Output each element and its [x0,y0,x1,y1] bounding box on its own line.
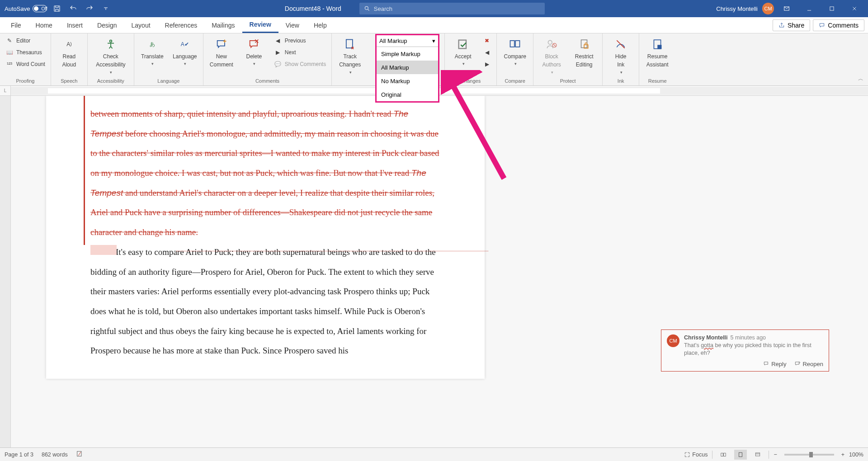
user-name[interactable]: Chrissy Montelli [716,5,758,12]
group-resume: Resume [643,77,672,85]
markup-option-simple[interactable]: Simple Markup [377,47,438,61]
svg-rect-7 [510,41,514,47]
markup-option-all[interactable]: All Markup [377,61,438,74]
status-words[interactable]: 862 words [42,452,68,458]
deleted-text: between moments of sharp, quiet intensit… [90,104,442,242]
comment-reopen-button[interactable]: Reopen [794,361,823,367]
body-text[interactable]: It's easy to compare Ariel to Puck; they… [90,242,442,361]
accept-button[interactable]: Accept [448,35,477,68]
wordcount-button[interactable]: ¹²³Word Count [4,59,47,70]
qat-more-icon[interactable] [99,2,112,15]
next-change-button[interactable]: ▶ [481,59,493,70]
new-comment-button[interactable]: NewComment [207,35,236,70]
tab-review[interactable]: Review [242,17,278,33]
tab-insert[interactable]: Insert [60,17,90,33]
next-change-icon: ▶ [483,60,491,68]
next-comment-button[interactable]: ▶Next [272,47,328,58]
markup-option-none[interactable]: No Markup [377,74,438,88]
view-read-icon[interactable] [717,450,730,460]
status-page[interactable]: Page 1 of 3 [5,452,33,458]
resume-assistant-button[interactable]: in ResumeAssistant [643,35,672,70]
reopen-icon [794,361,801,367]
status-bar: Page 1 of 3 862 words Focus − + 100% [0,447,868,461]
tab-file[interactable]: File [4,17,28,33]
share-button[interactable]: Share [773,19,810,31]
zoom-out-button[interactable]: − [774,452,777,458]
svg-point-1 [365,6,368,9]
ruler-corner[interactable]: L [0,86,11,95]
comment-author: Chrissy Montelli [684,334,728,341]
autosave-toggle[interactable]: AutoSave Off [5,5,47,12]
view-web-icon[interactable] [751,450,764,460]
minimize-icon[interactable] [799,0,819,17]
comment-avatar: CM [667,334,679,347]
restrict-editing-button[interactable]: RestrictEditing [570,35,599,70]
svg-text:in: in [658,46,660,49]
tab-help[interactable]: Help [307,17,334,33]
block-authors-button[interactable]: BlockAuthors [537,35,566,77]
zoom-slider[interactable] [784,454,834,456]
group-ink: Ink [606,77,635,85]
tab-home[interactable]: Home [28,17,60,33]
hide-ink-icon [613,37,628,52]
comments-button[interactable]: Comments [813,19,864,31]
comment-text: That's gotta be why you picked this topi… [684,342,823,357]
translate-button[interactable]: あ Translate [138,35,167,68]
prev-change-icon: ◀ [483,48,491,56]
comment-reply-button[interactable]: Reply [763,361,786,367]
undo-icon[interactable] [67,2,80,15]
redo-icon[interactable] [83,2,96,15]
view-print-icon[interactable] [734,450,747,460]
hide-ink-button[interactable]: HideInk [606,35,635,77]
track-changes-button[interactable]: TrackChanges [335,35,364,77]
tab-references[interactable]: References [158,17,205,33]
next-icon: ▶ [274,48,282,56]
collapse-ribbon-icon[interactable]: ︿ [858,75,863,83]
annotation-arrow [441,70,513,188]
previous-comment-button[interactable]: ◀Previous [272,35,328,46]
svg-rect-3 [830,7,834,10]
tab-view[interactable]: View [278,17,307,33]
group-protect: Protect [537,77,599,85]
wordcount-icon: ¹²³ [5,60,14,68]
svg-rect-8 [515,41,519,47]
comment-connector [176,251,488,251]
editor-button[interactable]: ✎Editor [4,35,47,46]
language-button[interactable]: A✔ Language [170,35,199,68]
zoom-in-button[interactable]: + [841,452,844,458]
zoom-level[interactable]: 100% [849,452,863,458]
markup-combo[interactable]: All Markup▾ [377,35,438,47]
focus-button[interactable]: Focus [684,452,708,458]
compare-button[interactable]: Compare [500,35,529,68]
status-proof-icon[interactable] [76,450,83,459]
reject-button[interactable]: ✖ [481,35,493,46]
ribbon-options-icon[interactable] [777,0,797,17]
block-authors-icon [544,37,559,52]
close-icon[interactable] [844,0,864,17]
restrict-editing-icon [577,37,591,52]
resume-icon: in [650,37,665,52]
vertical-ruler [0,96,11,447]
save-icon[interactable] [51,2,63,15]
maximize-icon[interactable] [822,0,842,17]
tab-layout[interactable]: Layout [124,17,158,33]
show-comments-button[interactable]: 💬Show Comments [272,59,328,70]
delete-comment-icon [247,37,261,52]
svg-point-4 [109,40,112,42]
tab-mailings[interactable]: Mailings [204,17,242,33]
tab-design[interactable]: Design [90,17,124,33]
svg-point-9 [548,40,552,44]
chevron-down-icon: ▾ [432,38,435,44]
search-input[interactable] [374,5,540,12]
avatar[interactable]: CM [762,3,774,14]
delete-comment-button[interactable]: Delete [240,35,269,68]
thesaurus-button[interactable]: 📖Thesaurus [4,47,47,58]
read-aloud-button[interactable]: A) ReadAloud [55,35,84,70]
comment-card[interactable]: CM Chrissy Montelli5 minutes ago That's … [661,329,829,372]
markup-option-original[interactable]: Original [377,88,438,101]
prev-change-button[interactable]: ◀ [481,47,493,58]
show-comments-icon: 💬 [274,60,282,68]
check-accessibility-button[interactable]: CheckAccessibility [91,35,130,77]
comment-time: 5 minutes ago [731,334,766,341]
search-box[interactable] [359,3,545,14]
